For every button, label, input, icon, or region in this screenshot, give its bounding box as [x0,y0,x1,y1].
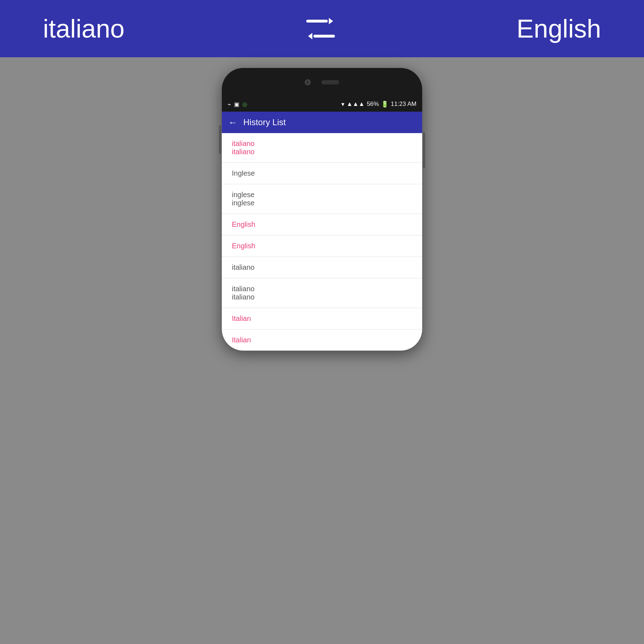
battery-icon: 🔋 [381,101,389,108]
phone-wrapper: ⌁ ▣ ◎ ▾ ▲▲▲ 56% 🔋 11:23 AM ← History Lis… [222,57,422,644]
item-source-text: italiano [232,263,412,272]
list-item[interactable]: Italian [222,330,422,351]
item-source-text: English [232,220,412,229]
source-language-label[interactable]: italiano [43,14,125,43]
item-source-text: italiano [232,285,412,293]
item-source-text: inglese [232,191,412,199]
svg-marker-1 [329,18,333,24]
status-icons-left: ⌁ ▣ ◎ [228,101,247,108]
list-item[interactable]: Italian [222,308,422,330]
list-item[interactable]: English [222,235,422,257]
power-button [423,132,425,168]
svg-rect-2 [313,35,335,38]
list-item[interactable]: Inglese [222,163,422,184]
language-bar: italiano English [0,0,644,57]
earpiece-speaker [321,80,339,84]
list-item[interactable]: italianoitaliano [222,278,422,308]
list-item[interactable]: italiano [222,257,422,278]
list-item[interactable]: ingleseinglese [222,184,422,214]
item-source-text: Inglese [232,169,412,177]
phone-device: ⌁ ▣ ◎ ▾ ▲▲▲ 56% 🔋 11:23 AM ← History Lis… [222,68,422,351]
item-translated-text: inglese [232,199,412,207]
status-icons-right: ▾ ▲▲▲ 56% 🔋 11:23 AM [341,101,416,108]
back-button[interactable]: ← [228,117,238,128]
app-bar-title: History List [243,117,286,127]
item-source-text: English [232,242,412,250]
usb-icon: ⌁ [228,101,231,108]
phone-body: ⌁ ▣ ◎ ▾ ▲▲▲ 56% 🔋 11:23 AM ← History Lis… [222,68,422,351]
app-bar: ← History List [222,112,422,133]
item-translated-text: italiano [232,148,412,156]
target-language-label[interactable]: English [517,14,601,43]
battery-level: 56% [367,101,379,108]
signal-icon: ▲▲▲ [347,101,365,108]
status-bar: ⌁ ▣ ◎ ▾ ▲▲▲ 56% 🔋 11:23 AM [222,97,422,112]
location-icon: ◎ [242,101,247,108]
list-item[interactable]: italianoitaliano [222,133,422,163]
screenshot-icon: ▣ [234,101,239,108]
svg-marker-3 [308,33,312,39]
item-source-text: Italian [232,314,412,323]
phone-content: italianoitalianoIngleseingleseingleseEng… [222,133,422,351]
phone-top [222,68,422,97]
svg-rect-0 [306,20,328,23]
front-camera [305,79,311,85]
item-source-text: italiano [232,140,412,148]
history-list: italianoitalianoIngleseingleseingleseEng… [222,133,422,351]
wifi-icon: ▾ [341,101,345,108]
list-item[interactable]: English [222,214,422,235]
swap-languages-icon[interactable] [304,16,337,41]
item-source-text: Italian [232,336,412,344]
volume-button [219,125,221,154]
clock: 11:23 AM [391,101,416,108]
item-translated-text: italiano [232,293,412,301]
